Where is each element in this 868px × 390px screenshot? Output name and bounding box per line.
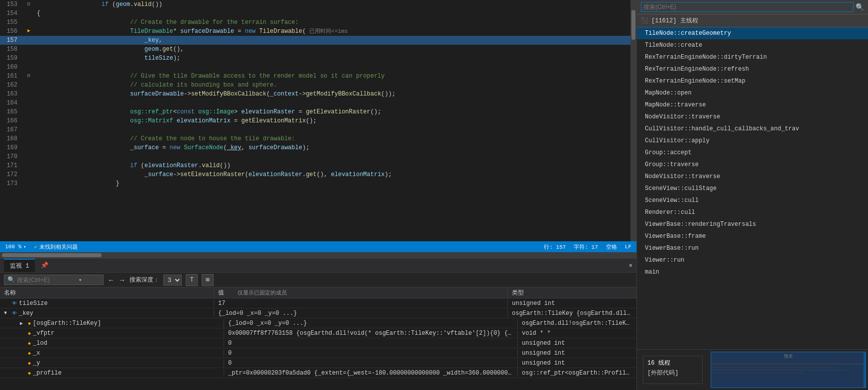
callstack-search-bar: 🔍	[637, 0, 868, 14]
callstack-item[interactable]: ViewerBase::renderingTraversals	[637, 218, 868, 230]
thread-header: ⬛ [11612] 主线程	[637, 14, 868, 27]
zoom-dropdown-icon[interactable]: ▾	[23, 244, 26, 250]
watch-tab-label: 监视 1	[10, 263, 29, 270]
row-value: 0x00007ff8f7763158 {osgEarthd.dll!void(*…	[224, 329, 518, 337]
callstack-item-label: CullVisitor::handle_cull_callbacks_and_t…	[645, 125, 799, 132]
zoom-value: 100 %	[5, 244, 21, 250]
minimap-scrollbar[interactable]	[864, 352, 866, 388]
left-section: 153 ⊟ if (geom.valid())	[0, 0, 636, 390]
callstack-search-input[interactable]	[641, 2, 854, 12]
expand-icon[interactable]: ▶	[20, 320, 26, 326]
line-number: 154	[0, 9, 22, 18]
watch-icon: 👁	[12, 310, 17, 316]
line-number: 161	[0, 72, 22, 81]
collapse-icon[interactable]: ⊟	[27, 72, 30, 81]
call-stack-list[interactable]: TileNode::createGeometry TileNode::creat…	[637, 27, 868, 349]
line-number: 158	[0, 45, 22, 54]
external-code-label[interactable]: [外部代码]	[647, 368, 698, 378]
callstack-item[interactable]: Group::accept	[637, 147, 868, 159]
thread-indicator-icon: ⬛	[641, 17, 648, 24]
vertical-scrollbar[interactable]	[630, 0, 636, 241]
watch-tab[interactable]: 监视 1	[4, 259, 35, 272]
callstack-item[interactable]: ViewerBase::run	[637, 242, 868, 254]
status-bar: 100 % ▾ ✔ 未找到相关问题 行: 157 字符: 17 空格 LF	[0, 241, 636, 252]
line-gutter: ⊟	[22, 0, 35, 9]
collapse-icon[interactable]: ▼	[4, 310, 10, 316]
col-header-name: 名称	[0, 288, 214, 298]
callstack-item[interactable]: Renderer::cull	[637, 206, 868, 218]
callstack-item[interactable]: MapNode::open	[637, 87, 868, 99]
callstack-item[interactable]: RexTerrainEngineNode::setMap	[637, 75, 868, 87]
svg-rect-0	[711, 363, 866, 365]
code-line-163: 163 surfaceDrawable->setModifyBBoxCallba…	[0, 90, 636, 98]
callstack-item[interactable]: NodeVisitor::traverse	[637, 111, 868, 123]
minimap-label: 预览	[711, 352, 866, 361]
row-indicator: 行: 157	[544, 243, 566, 251]
debug-arrow: ➤	[26, 27, 30, 36]
panel-header: 监视 1 📌 ✕	[0, 259, 636, 273]
nav-back-button[interactable]: ←	[108, 276, 115, 284]
collapse-icon[interactable]: ⊟	[27, 0, 30, 9]
var-icon: ◆	[28, 370, 31, 376]
row-name: 👁 tileSize	[0, 299, 214, 307]
line-number: 162	[0, 81, 22, 90]
row-name-text: _vfptr	[33, 330, 54, 337]
panel-close-button[interactable]: ✕	[629, 262, 632, 269]
callstack-item[interactable]: main	[637, 266, 868, 278]
h-scroll-thumb[interactable]	[2, 253, 102, 257]
row-type: unsigned int	[508, 299, 636, 307]
table-row: ▼ 👁 _key {_lod=0 _x=0 _y=0 ...} osgEarth…	[0, 308, 636, 318]
callstack-item[interactable]: NodeVisitor::traverse	[637, 171, 868, 183]
horizontal-scrollbar[interactable]	[0, 252, 636, 258]
search-chevron-icon[interactable]: ▾	[79, 277, 82, 283]
line-gutter: ⊟	[22, 72, 35, 81]
callstack-item[interactable]: SceneView::cullStage	[637, 183, 868, 195]
callstack-item[interactable]: RexTerrainEngineNode::dirtyTerrain	[637, 51, 868, 63]
search-icon[interactable]: 🔍	[856, 3, 864, 11]
callstack-item[interactable]: SceneView::cull	[637, 195, 868, 206]
expand-button[interactable]: ⊞	[202, 274, 214, 286]
status-ok-label: 未找到相关问题	[39, 243, 78, 251]
encoding-indicator: LF	[625, 244, 631, 250]
code-line-173: 173 }	[0, 179, 636, 188]
row-name: ◆ _x	[10, 349, 224, 357]
table-row: ◆ _y 0 unsigned int	[0, 358, 636, 368]
callstack-item[interactable]: Viewer::run	[637, 254, 868, 266]
var-icon: ◆	[28, 350, 31, 356]
callstack-item[interactable]: CullVisitor::handle_cull_callbacks_and_t…	[637, 123, 868, 135]
thread-count-label[interactable]: 16 线程	[647, 358, 698, 368]
watch-search-input[interactable]	[17, 277, 77, 284]
space-indicator: 空格	[606, 243, 617, 251]
callstack-item[interactable]: Group::traverse	[637, 159, 868, 171]
code-content[interactable]: 153 ⊟ if (geom.valid())	[0, 0, 636, 241]
line-gutter: ➤	[22, 27, 35, 36]
fixed-members-label: 仅显示已固定的成员	[238, 290, 287, 296]
line-number: 165	[0, 107, 22, 116]
row-name: ▼ 👁 _key	[0, 309, 214, 317]
zoom-status[interactable]: 100 % ▾	[5, 244, 26, 250]
callstack-item[interactable]: TileNode::create	[637, 39, 868, 51]
pin-icon[interactable]: 📌	[41, 262, 48, 269]
scrollbar-thumb[interactable]	[631, 10, 635, 40]
row-type: unsigned int	[518, 339, 636, 347]
row-name: ◆ _vfptr	[10, 329, 224, 337]
callstack-item-label: RexTerrainEngineNode::setMap	[645, 78, 745, 85]
line-number: 170	[0, 152, 22, 161]
var-icon: ◆	[28, 340, 31, 346]
right-panel: 🔍 ⬛ [11612] 主线程 TileNode::createGeometry…	[636, 0, 868, 390]
watch-search-box[interactable]: 🔍 ▾	[4, 275, 104, 285]
callstack-item[interactable]: RexTerrainEngineNode::refresh	[637, 63, 868, 75]
minimap-svg	[711, 361, 866, 386]
row-name-text: _key	[19, 310, 33, 317]
callstack-item[interactable]: ViewerBase::frame	[637, 230, 868, 242]
nav-forward-button[interactable]: →	[119, 276, 125, 284]
line-number: 160	[0, 63, 22, 72]
row-type: osgEarth::TileKey {osgEarthd.dll!...	[508, 309, 636, 317]
callstack-item[interactable]: CullVisitor::apply	[637, 135, 868, 147]
var-icon: ◆	[28, 360, 31, 366]
depth-select[interactable]: 3 1 2 4 5	[163, 275, 182, 286]
format-button[interactable]: T	[186, 274, 198, 286]
callstack-item-active[interactable]: TileNode::createGeometry	[637, 27, 868, 39]
editor-wrapper: 153 ⊟ if (geom.valid())	[0, 0, 636, 241]
callstack-item[interactable]: MapNode::traverse	[637, 99, 868, 111]
